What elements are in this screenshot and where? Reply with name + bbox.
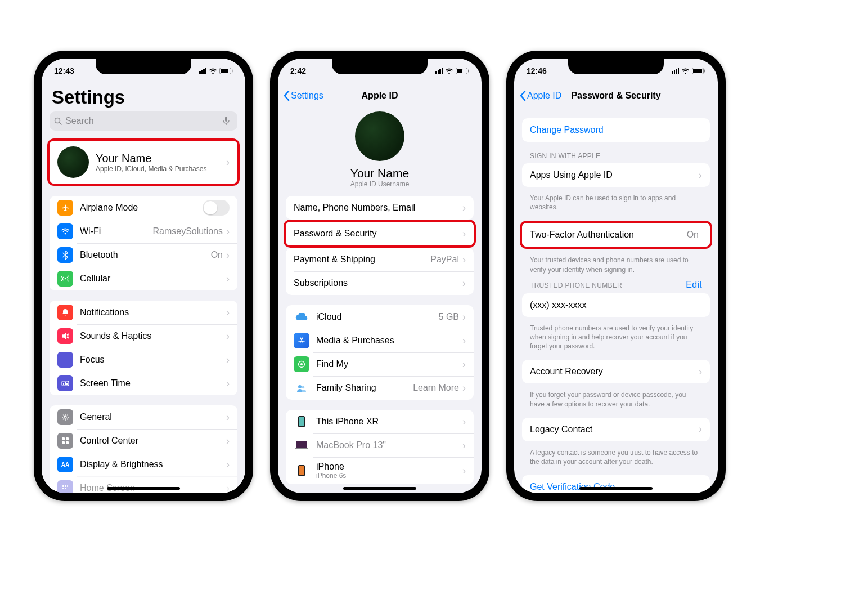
chevron-right-icon: ›	[226, 378, 230, 390]
general-row[interactable]: General ›	[50, 405, 237, 429]
focus-row[interactable]: Focus ›	[50, 348, 237, 372]
wifi-icon	[681, 68, 690, 74]
two-factor-label: Two-Factor Authentication	[530, 230, 687, 240]
device-row[interactable]: This iPhone XR ›	[286, 410, 474, 433]
chevron-right-icon: ›	[699, 169, 702, 181]
payment-value: PayPal	[430, 254, 459, 265]
trusted-footer: Trusted phone numbers are used to verify…	[514, 320, 718, 360]
profile-row[interactable]: Your Name Apple ID, iCloud, Media & Purc…	[50, 141, 237, 184]
chevron-right-icon: ›	[226, 412, 230, 423]
notch	[96, 59, 191, 74]
svg-rect-31	[296, 441, 307, 448]
findmy-row[interactable]: Find My ›	[286, 352, 474, 376]
general-label: General	[80, 412, 226, 422]
media-purchases-row[interactable]: Media & Purchases ›	[286, 329, 474, 352]
account-recovery-row[interactable]: Account Recovery ›	[522, 360, 710, 383]
svg-rect-10	[66, 383, 68, 385]
phone-appleid: 2:42 Settings Apple ID Your Name Apple I…	[270, 51, 489, 501]
search-input[interactable]: Search	[50, 111, 237, 131]
svg-rect-30	[299, 417, 304, 426]
edit-button[interactable]: Edit	[686, 280, 702, 290]
control-center-label: Control Center	[80, 436, 226, 446]
family-label: Family Sharing	[316, 383, 413, 393]
svg-rect-37	[704, 70, 705, 73]
bluetooth-icon	[57, 247, 73, 263]
legacy-footer: A legacy contact is someone you trust to…	[514, 445, 718, 475]
focus-icon	[57, 352, 73, 368]
airplane-row[interactable]: Airplane Mode	[50, 196, 237, 220]
profile-name: Your Name	[96, 152, 226, 165]
two-factor-row[interactable]: Two-Factor Authentication On	[522, 223, 710, 247]
chevron-right-icon: ›	[226, 482, 230, 494]
airplane-label: Airplane Mode	[80, 203, 203, 213]
section-header-siwa: SIGN IN WITH APPLE	[514, 152, 718, 163]
bluetooth-row[interactable]: Bluetooth On ›	[50, 243, 237, 267]
svg-rect-20	[62, 488, 64, 489]
homescreen-row[interactable]: Home Screen ›	[50, 476, 237, 493]
display-icon: AA	[57, 457, 73, 472]
phone-number-row[interactable]: (xxx) xxx-xxxx	[522, 293, 710, 317]
family-sharing-row[interactable]: Family Sharing Learn More ›	[286, 376, 474, 400]
home-indicator[interactable]	[107, 487, 180, 490]
svg-rect-18	[65, 485, 66, 487]
cellular-icon	[57, 271, 73, 287]
subscriptions-row[interactable]: Subscriptions ›	[286, 271, 474, 295]
notch	[568, 59, 664, 74]
apps-using-appleid-row[interactable]: Apps Using Apple ID ›	[522, 163, 710, 187]
device-label: MacBook Pro 13"	[316, 440, 462, 450]
control-center-row[interactable]: Control Center ›	[50, 429, 237, 453]
highlight-password-security: Password & Security ›	[284, 220, 476, 248]
media-label: Media & Purchases	[316, 336, 462, 346]
profile-username: Apple ID Username	[278, 180, 482, 188]
device-label: iPhone	[316, 462, 344, 471]
home-indicator[interactable]	[579, 487, 653, 490]
payment-shipping-row[interactable]: Payment & Shipping PayPal ›	[286, 248, 474, 271]
homescreen-icon	[57, 480, 73, 493]
svg-rect-9	[65, 382, 66, 385]
trusted-header: TRUSTED PHONE NUMBER	[530, 281, 622, 289]
wifi-row[interactable]: Wi-Fi RamseySolutions ›	[50, 220, 237, 243]
battery-icon	[692, 68, 705, 74]
battery-icon	[456, 68, 469, 74]
findmy-icon	[294, 356, 309, 372]
name-phone-email-row[interactable]: Name, Phone Numbers, Email ›	[286, 196, 474, 220]
svg-rect-15	[66, 441, 69, 444]
family-sharing-icon	[294, 380, 309, 396]
svg-point-28	[302, 386, 305, 389]
cellular-row[interactable]: Cellular ›	[50, 267, 237, 290]
phone-number: (xxx) xxx-xxxx	[530, 300, 702, 310]
screentime-row[interactable]: Screen Time ›	[50, 372, 237, 395]
display-row[interactable]: AA Display & Brightness ›	[50, 453, 237, 476]
notifications-label: Notifications	[80, 307, 226, 318]
chevron-right-icon: ›	[226, 226, 230, 238]
sounds-row[interactable]: Sounds & Haptics ›	[50, 324, 237, 348]
legacy-contact-label: Legacy Contact	[530, 424, 699, 435]
status-time: 12:46	[527, 66, 547, 75]
svg-rect-5	[225, 117, 227, 122]
get-verification-code-row[interactable]: Get Verification Code	[522, 475, 710, 493]
legacy-contact-row[interactable]: Legacy Contact ›	[522, 418, 710, 441]
airplane-toggle[interactable]	[203, 200, 230, 216]
avatar[interactable]	[355, 111, 404, 161]
device-row[interactable]: MacBook Pro 13" ›	[286, 433, 474, 457]
home-indicator[interactable]	[343, 487, 416, 490]
status-icons	[672, 68, 705, 74]
focus-label: Focus	[80, 355, 226, 365]
svg-rect-14	[62, 441, 65, 444]
notifications-row[interactable]: Notifications ›	[50, 301, 237, 324]
wifi-value: RamseySolutions	[153, 226, 223, 236]
chevron-right-icon: ›	[226, 330, 230, 342]
icloud-row[interactable]: iCloud 5 GB ›	[286, 305, 474, 329]
change-password-row[interactable]: Change Password	[522, 118, 710, 142]
svg-rect-17	[62, 485, 64, 487]
password-security-row[interactable]: Password & Security ›	[286, 222, 474, 245]
airplane-icon	[57, 200, 73, 216]
chevron-right-icon: ›	[462, 228, 466, 240]
apps-using-label: Apps Using Apple ID	[530, 170, 699, 180]
mic-icon[interactable]	[223, 117, 230, 126]
icloud-icon	[294, 309, 309, 325]
chevron-right-icon: ›	[226, 435, 230, 447]
chevron-right-icon: ›	[462, 416, 466, 428]
device-row[interactable]: iPhone iPhone 6s ›	[286, 457, 474, 484]
sounds-icon	[57, 328, 73, 344]
